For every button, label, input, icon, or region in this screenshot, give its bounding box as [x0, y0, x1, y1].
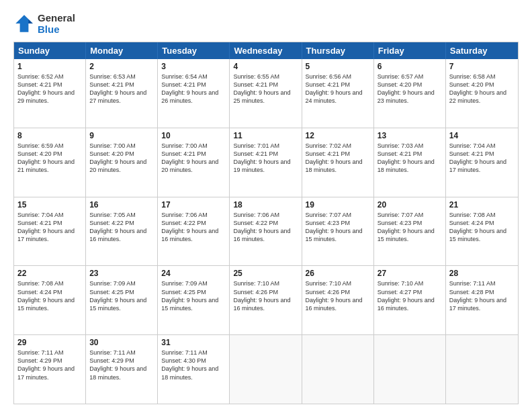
cell-info: Sunrise: 7:09 AM Sunset: 4:25 PM Dayligh… [161, 279, 226, 312]
day-number: 28 [449, 269, 515, 278]
cell-info: Sunrise: 7:04 AM Sunset: 4:21 PM Dayligh… [17, 211, 82, 244]
day-cell-19: 19Sunrise: 7:07 AM Sunset: 4:23 PM Dayli… [302, 197, 374, 266]
day-header-saturday: Saturday [446, 42, 518, 59]
cell-info: Sunrise: 7:11 AM Sunset: 4:29 PM Dayligh… [89, 349, 154, 381]
day-cell-29: 29Sunrise: 7:11 AM Sunset: 4:29 PM Dayli… [14, 335, 86, 404]
cell-info: Sunrise: 7:07 AM Sunset: 4:23 PM Dayligh… [306, 211, 370, 244]
day-number: 1 [17, 62, 82, 71]
day-number: 8 [17, 131, 82, 140]
day-cell-24: 24Sunrise: 7:09 AM Sunset: 4:25 PM Dayli… [158, 266, 230, 334]
day-number: 9 [89, 131, 154, 140]
logo: General Blue [13, 12, 75, 35]
day-header-tuesday: Tuesday [158, 42, 230, 59]
day-cell-16: 16Sunrise: 7:05 AM Sunset: 4:22 PM Dayli… [86, 197, 158, 266]
cell-info: Sunrise: 7:08 AM Sunset: 4:24 PM Dayligh… [449, 211, 515, 244]
cell-info: Sunrise: 7:04 AM Sunset: 4:21 PM Dayligh… [449, 142, 515, 175]
day-cell-14: 14Sunrise: 7:04 AM Sunset: 4:21 PM Dayli… [446, 128, 518, 197]
day-cell-26: 26Sunrise: 7:10 AM Sunset: 4:26 PM Dayli… [302, 266, 374, 334]
day-cell-23: 23Sunrise: 7:09 AM Sunset: 4:25 PM Dayli… [86, 266, 158, 334]
week-row-2: 8Sunrise: 6:59 AM Sunset: 4:20 PM Daylig… [14, 128, 518, 197]
cell-info: Sunrise: 6:56 AM Sunset: 4:21 PM Dayligh… [306, 73, 370, 105]
cell-info: Sunrise: 7:06 AM Sunset: 4:22 PM Dayligh… [161, 211, 226, 244]
day-header-friday: Friday [374, 42, 446, 59]
day-cell-18: 18Sunrise: 7:06 AM Sunset: 4:22 PM Dayli… [230, 197, 302, 266]
day-number: 12 [306, 131, 370, 140]
day-cell-4: 4Sunrise: 6:55 AM Sunset: 4:21 PM Daylig… [230, 59, 302, 128]
cell-info: Sunrise: 7:09 AM Sunset: 4:25 PM Dayligh… [89, 279, 154, 312]
day-cell-1: 1Sunrise: 6:52 AM Sunset: 4:21 PM Daylig… [14, 59, 86, 128]
cell-info: Sunrise: 7:05 AM Sunset: 4:22 PM Dayligh… [89, 211, 154, 244]
day-cell-8: 8Sunrise: 6:59 AM Sunset: 4:20 PM Daylig… [14, 128, 86, 197]
day-cell-22: 22Sunrise: 7:08 AM Sunset: 4:24 PM Dayli… [14, 266, 86, 334]
cell-info: Sunrise: 7:11 AM Sunset: 4:30 PM Dayligh… [161, 349, 226, 381]
cell-info: Sunrise: 7:10 AM Sunset: 4:26 PM Dayligh… [233, 279, 298, 312]
week-row-1: 1Sunrise: 6:52 AM Sunset: 4:21 PM Daylig… [14, 59, 518, 128]
cell-info: Sunrise: 7:03 AM Sunset: 4:21 PM Dayligh… [378, 142, 442, 175]
cell-info: Sunrise: 6:54 AM Sunset: 4:21 PM Dayligh… [161, 73, 226, 105]
day-cell-17: 17Sunrise: 7:06 AM Sunset: 4:22 PM Dayli… [158, 197, 230, 266]
day-cell-21: 21Sunrise: 7:08 AM Sunset: 4:24 PM Dayli… [446, 197, 518, 266]
day-number: 22 [17, 269, 82, 278]
day-number: 24 [161, 269, 226, 278]
day-cell-6: 6Sunrise: 6:57 AM Sunset: 4:20 PM Daylig… [374, 59, 446, 128]
day-cell-11: 11Sunrise: 7:01 AM Sunset: 4:21 PM Dayli… [230, 128, 302, 197]
cell-info: Sunrise: 6:59 AM Sunset: 4:20 PM Dayligh… [17, 142, 82, 175]
day-header-monday: Monday [86, 42, 158, 59]
day-cell-2: 2Sunrise: 6:53 AM Sunset: 4:21 PM Daylig… [86, 59, 158, 128]
cell-info: Sunrise: 6:53 AM Sunset: 4:21 PM Dayligh… [89, 73, 154, 105]
day-number: 18 [233, 200, 298, 210]
week-row-5: 29Sunrise: 7:11 AM Sunset: 4:29 PM Dayli… [14, 335, 518, 404]
day-number: 2 [89, 62, 154, 71]
day-number: 15 [17, 200, 82, 210]
day-number: 26 [306, 269, 370, 278]
day-number: 3 [161, 62, 226, 71]
day-cell-27: 27Sunrise: 7:10 AM Sunset: 4:27 PM Dayli… [374, 266, 446, 334]
day-number: 14 [449, 131, 515, 140]
day-header-sunday: Sunday [14, 42, 86, 59]
day-number: 25 [233, 269, 298, 278]
day-number: 23 [89, 269, 154, 278]
empty-cell [446, 335, 518, 404]
empty-cell [230, 335, 302, 404]
day-cell-12: 12Sunrise: 7:02 AM Sunset: 4:21 PM Dayli… [302, 128, 374, 197]
day-number: 21 [449, 200, 515, 210]
empty-cell [374, 335, 446, 404]
day-number: 7 [449, 62, 515, 71]
week-row-3: 15Sunrise: 7:04 AM Sunset: 4:21 PM Dayli… [14, 197, 518, 267]
day-cell-25: 25Sunrise: 7:10 AM Sunset: 4:26 PM Dayli… [230, 266, 302, 334]
logo-icon [13, 13, 35, 34]
day-number: 5 [306, 62, 370, 71]
day-number: 16 [89, 200, 154, 210]
day-number: 10 [161, 131, 226, 140]
day-cell-5: 5Sunrise: 6:56 AM Sunset: 4:21 PM Daylig… [302, 59, 374, 128]
cell-info: Sunrise: 6:52 AM Sunset: 4:21 PM Dayligh… [17, 73, 82, 105]
day-number: 27 [378, 269, 442, 278]
day-number: 6 [378, 62, 442, 71]
day-header-thursday: Thursday [302, 42, 374, 59]
cell-info: Sunrise: 7:00 AM Sunset: 4:20 PM Dayligh… [89, 142, 154, 175]
header: General Blue [13, 12, 519, 35]
day-number: 29 [17, 338, 82, 347]
cell-info: Sunrise: 6:55 AM Sunset: 4:21 PM Dayligh… [233, 73, 298, 105]
cell-info: Sunrise: 6:58 AM Sunset: 4:20 PM Dayligh… [449, 73, 515, 105]
cell-info: Sunrise: 6:57 AM Sunset: 4:20 PM Dayligh… [378, 73, 442, 105]
day-cell-10: 10Sunrise: 7:00 AM Sunset: 4:21 PM Dayli… [158, 128, 230, 197]
day-cell-31: 31Sunrise: 7:11 AM Sunset: 4:30 PM Dayli… [158, 335, 230, 404]
calendar-body: 1Sunrise: 6:52 AM Sunset: 4:21 PM Daylig… [14, 59, 518, 404]
cell-info: Sunrise: 7:11 AM Sunset: 4:29 PM Dayligh… [17, 349, 82, 381]
cell-info: Sunrise: 7:06 AM Sunset: 4:22 PM Dayligh… [233, 211, 298, 244]
day-cell-9: 9Sunrise: 7:00 AM Sunset: 4:20 PM Daylig… [86, 128, 158, 197]
day-number: 11 [233, 131, 298, 140]
cell-info: Sunrise: 7:11 AM Sunset: 4:28 PM Dayligh… [449, 279, 515, 312]
day-cell-15: 15Sunrise: 7:04 AM Sunset: 4:21 PM Dayli… [14, 197, 86, 266]
cell-info: Sunrise: 7:10 AM Sunset: 4:27 PM Dayligh… [378, 279, 442, 312]
day-header-wednesday: Wednesday [230, 42, 302, 59]
day-number: 31 [161, 338, 226, 347]
day-cell-3: 3Sunrise: 6:54 AM Sunset: 4:21 PM Daylig… [158, 59, 230, 128]
day-cell-30: 30Sunrise: 7:11 AM Sunset: 4:29 PM Dayli… [86, 335, 158, 404]
cell-info: Sunrise: 7:08 AM Sunset: 4:24 PM Dayligh… [17, 279, 82, 312]
day-number: 19 [306, 200, 370, 210]
day-number: 4 [233, 62, 298, 71]
calendar-header: SundayMondayTuesdayWednesdayThursdayFrid… [14, 42, 518, 59]
logo-text: General Blue [38, 12, 75, 35]
